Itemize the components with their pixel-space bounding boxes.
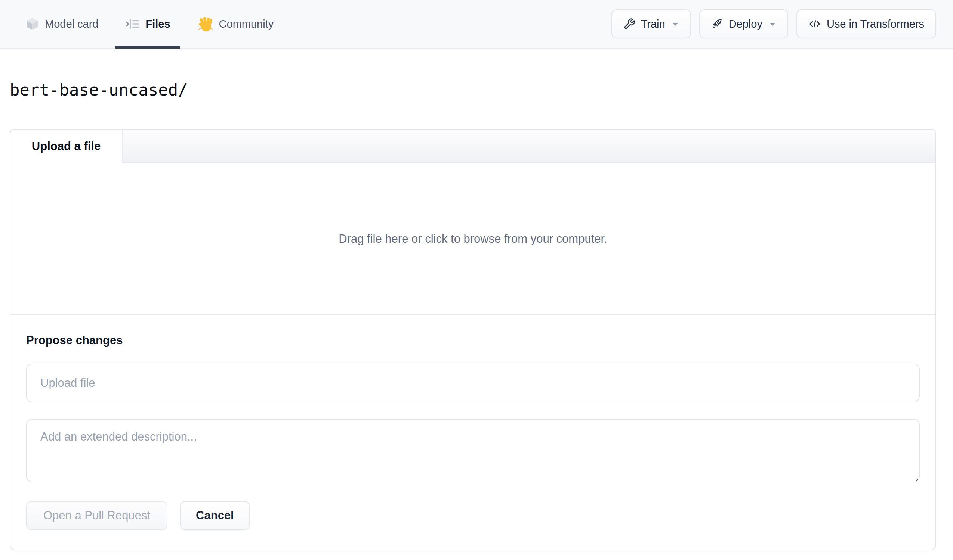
deploy-button-label: Deploy [729,18,762,30]
tab-community-label: Community [219,18,274,30]
upload-card-tabbar: Upload a file [11,130,936,163]
deploy-button[interactable]: Deploy [699,9,788,39]
tab-upload-a-file[interactable]: Upload a file [11,130,123,163]
open-pull-request-button[interactable]: Open a Pull Request [26,501,168,530]
upload-file-input[interactable] [26,364,920,402]
file-dropzone[interactable]: Drag file here or click to browse from y… [11,163,936,314]
extended-description-textarea[interactable] [26,419,920,482]
train-button-label: Train [641,18,665,30]
cancel-button[interactable]: Cancel [180,501,250,530]
tab-model-card-label: Model card [45,18,98,30]
propose-changes-heading: Propose changes [26,334,920,347]
repo-action-buttons: Train Deploy [612,0,936,48]
propose-actions-row: Open a Pull Request Cancel [26,501,920,530]
wrench-icon [623,18,635,30]
breadcrumb: bert-base-uncased/ [0,48,953,129]
repo-tab-bar: Model card Files [0,0,953,48]
tab-model-card[interactable]: Model card [15,0,108,48]
files-list-icon [125,16,140,31]
tab-community[interactable]: Community [188,0,284,48]
code-icon [809,17,821,30]
dropzone-hint-text: Drag file here or click to browse from y… [338,232,607,246]
tab-files[interactable]: Files [115,0,180,48]
train-button[interactable]: Train [612,9,691,39]
cube-icon [25,16,40,31]
repo-path[interactable]: bert-base-uncased/ [10,80,188,99]
waving-hand-icon [197,15,214,32]
upload-file-card: Upload a file Drag file here or click to… [10,129,936,550]
tab-files-label: Files [145,18,170,30]
chevron-down-icon [769,22,776,26]
propose-changes-section: Propose changes Open a Pull Request Canc… [11,314,936,549]
use-in-transformers-button[interactable]: Use in Transformers [796,9,936,39]
chevron-down-icon [672,22,679,26]
tab-upload-a-file-label: Upload a file [32,140,101,153]
rocket-icon [711,18,723,30]
use-in-transformers-label: Use in Transformers [827,18,924,30]
